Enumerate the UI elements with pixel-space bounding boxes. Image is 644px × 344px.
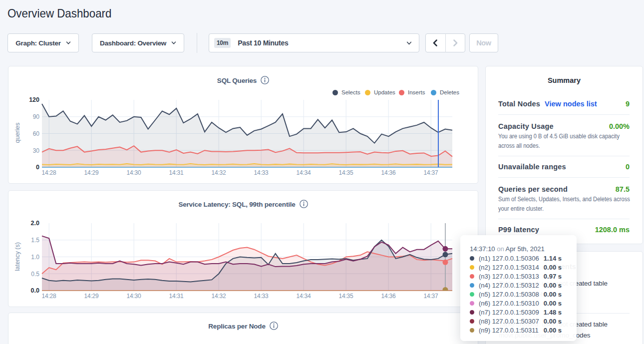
svg-text:14:33: 14:33 — [254, 293, 269, 300]
svg-text:14:32: 14:32 — [211, 293, 226, 300]
svg-text:14:31: 14:31 — [169, 293, 184, 300]
svg-text:2.0: 2.0 — [31, 220, 39, 227]
svg-text:14:34: 14:34 — [296, 293, 311, 300]
svg-text:14:31: 14:31 — [169, 169, 184, 176]
svg-text:30: 30 — [33, 147, 40, 154]
svg-text:14:30: 14:30 — [126, 293, 141, 300]
svg-text:14:36: 14:36 — [381, 169, 396, 176]
svg-text:14:33: 14:33 — [254, 169, 269, 176]
svg-text:14:30: 14:30 — [126, 169, 141, 176]
svg-text:0: 0 — [36, 164, 39, 171]
svg-text:queries: queries — [14, 123, 21, 143]
svg-text:0.0: 0.0 — [31, 287, 39, 294]
svg-text:14:35: 14:35 — [338, 169, 353, 176]
svg-text:14:28: 14:28 — [41, 293, 56, 300]
svg-text:14:34: 14:34 — [296, 169, 311, 176]
svg-text:14:29: 14:29 — [84, 293, 99, 300]
svg-text:1.0: 1.0 — [31, 254, 39, 261]
svg-text:14:37: 14:37 — [423, 169, 438, 176]
svg-text:14:32: 14:32 — [211, 169, 226, 176]
svg-text:latency (s): latency (s) — [14, 242, 21, 271]
svg-text:14:29: 14:29 — [84, 169, 99, 176]
svg-text:14:28: 14:28 — [41, 169, 56, 176]
svg-text:0.5: 0.5 — [31, 271, 39, 278]
svg-text:90: 90 — [33, 113, 40, 120]
svg-text:14:35: 14:35 — [338, 293, 353, 300]
svg-text:14:36: 14:36 — [381, 293, 396, 300]
svg-text:14:37: 14:37 — [423, 293, 438, 300]
svg-text:60: 60 — [33, 130, 40, 137]
svg-text:1.5: 1.5 — [31, 237, 39, 244]
svg-text:120: 120 — [29, 96, 39, 103]
